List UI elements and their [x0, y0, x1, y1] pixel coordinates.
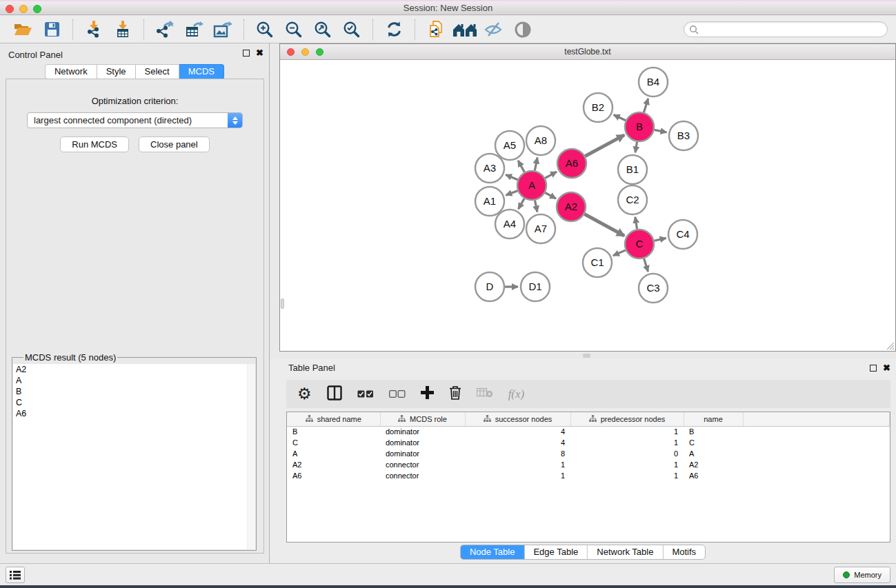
- tab-motifs[interactable]: Motifs: [663, 545, 705, 559]
- graph-edge-B-B2[interactable]: [614, 115, 626, 121]
- hide-panels-button[interactable]: [481, 18, 506, 41]
- graph-edge-B-B4[interactable]: [644, 99, 648, 112]
- close-panel-icon[interactable]: ✖: [883, 365, 890, 372]
- memory-button[interactable]: Memory: [834, 567, 890, 583]
- mcds-result-item[interactable]: A6: [13, 408, 255, 419]
- table-row[interactable]: A2connector11A2: [287, 459, 890, 470]
- graph-edge-A2-C[interactable]: [584, 214, 624, 236]
- run-mcds-button[interactable]: Run MCDS: [60, 136, 129, 152]
- function-builder-button[interactable]: f(x): [508, 387, 525, 401]
- graph-edge-A-A3[interactable]: [506, 174, 518, 179]
- minimize-window-button[interactable]: [19, 5, 28, 13]
- mcds-result-box: MCDS result (5 nodes) A2ABCA6: [12, 352, 257, 551]
- deselect-all-columns-button[interactable]: [389, 388, 406, 401]
- graph-edge-C-C2[interactable]: [635, 217, 637, 230]
- show-column-button[interactable]: [327, 385, 342, 403]
- graph-node-label: C2: [626, 194, 639, 205]
- tab-style[interactable]: Style: [97, 64, 136, 79]
- network-canvas[interactable]: B4B2BB3A8A5A6A3B1AC2A1A2A4A7C4CC1DD1C3: [280, 60, 895, 351]
- export-table-button[interactable]: [181, 18, 206, 41]
- import-table-button[interactable]: [110, 18, 135, 41]
- graph-edge-A-A5[interactable]: [518, 161, 524, 172]
- horizontal-splitter-handle[interactable]: [583, 354, 590, 358]
- maximize-window-button[interactable]: [33, 5, 41, 13]
- mcds-result-item[interactable]: A: [13, 375, 255, 386]
- graph-edge-A-A1[interactable]: [506, 191, 517, 195]
- mcds-result-item[interactable]: B: [13, 386, 255, 397]
- graph-edge-A-A7[interactable]: [535, 201, 537, 212]
- float-panel-icon[interactable]: [243, 50, 250, 57]
- table-row[interactable]: A6connector11A6: [287, 470, 890, 481]
- tab-network[interactable]: Network: [45, 64, 97, 79]
- graph-edge-A-A8[interactable]: [535, 158, 537, 171]
- select-all-columns-button[interactable]: [357, 388, 374, 401]
- delete-column-button[interactable]: [449, 385, 461, 403]
- home-button[interactable]: [452, 18, 477, 41]
- graph-edge-C-C4[interactable]: [654, 238, 666, 241]
- refresh-button[interactable]: [381, 18, 406, 41]
- tab-select[interactable]: Select: [136, 64, 179, 79]
- criterion-dropdown[interactable]: largest connected component (directed): [27, 112, 243, 128]
- network-close-button[interactable]: [287, 48, 295, 56]
- delete-table-icon: [477, 387, 493, 398]
- zoom-out-button[interactable]: [281, 18, 306, 41]
- column-header-predecessor-nodes[interactable]: predecessor nodes: [570, 412, 684, 426]
- mcds-result-item[interactable]: C: [13, 397, 255, 408]
- export-network-icon: [155, 20, 175, 39]
- graph-edge-C-C1[interactable]: [613, 250, 626, 256]
- table-row[interactable]: Cdominator41C: [287, 437, 890, 448]
- search-field[interactable]: [684, 21, 888, 37]
- graph-edge-C-C3[interactable]: [644, 258, 648, 272]
- graph-edge-B-B3[interactable]: [655, 130, 667, 132]
- import-network-button[interactable]: [81, 18, 106, 41]
- float-panel-icon[interactable]: [870, 365, 877, 372]
- column-header-name[interactable]: name: [684, 412, 743, 426]
- column-header-successor-nodes[interactable]: successor nodes: [465, 412, 570, 426]
- network-window-titlebar[interactable]: testGlobe.txt: [280, 44, 895, 60]
- graph-node-label: C3: [646, 282, 659, 294]
- show-panels-button[interactable]: [510, 18, 535, 41]
- close-panel-button[interactable]: Close panel: [139, 136, 210, 152]
- zoom-in-button[interactable]: [252, 18, 277, 41]
- tab-mcds[interactable]: MCDS: [179, 64, 224, 79]
- table-row[interactable]: Adominator80A: [287, 448, 890, 459]
- duplicate-network-button[interactable]: [424, 18, 448, 41]
- canvas-splitter-handle[interactable]: [281, 298, 284, 309]
- search-input[interactable]: [699, 24, 882, 35]
- graph-edge-A6-B[interactable]: [585, 135, 624, 156]
- tab-edge-table[interactable]: Edge Table: [524, 545, 588, 559]
- mcds-result-list[interactable]: A2ABCA6: [13, 364, 255, 549]
- graph-node-label: A7: [535, 223, 547, 234]
- close-panel-icon[interactable]: ✖: [256, 50, 263, 57]
- delete-table-button[interactable]: [477, 387, 493, 401]
- task-history-button[interactable]: [6, 567, 25, 583]
- column-header-shared-name[interactable]: shared name: [287, 412, 380, 426]
- node-table[interactable]: shared nameMCDS rolesuccessor nodesprede…: [286, 412, 890, 543]
- graph-edge-A-A4[interactable]: [518, 199, 524, 209]
- scrollbar[interactable]: [247, 364, 255, 549]
- save-session-button[interactable]: [39, 18, 64, 41]
- table-settings-button[interactable]: ⚙: [297, 386, 312, 402]
- zoom-selected-button[interactable]: [339, 18, 364, 41]
- export-network-button[interactable]: [152, 18, 177, 41]
- graph-edge-A-A2[interactable]: [545, 193, 556, 199]
- graph-edge-A-A6[interactable]: [545, 172, 557, 178]
- close-window-button[interactable]: [6, 5, 14, 13]
- zoom-fit-button[interactable]: [310, 18, 335, 41]
- export-image-button[interactable]: [210, 18, 235, 41]
- network-maximize-button[interactable]: [316, 48, 323, 56]
- network-minimize-button[interactable]: [301, 48, 309, 56]
- create-column-button[interactable]: [421, 386, 434, 402]
- tab-node-table[interactable]: Node Table: [461, 545, 525, 559]
- column-header-mcds-role[interactable]: MCDS role: [380, 412, 465, 426]
- graph-edge-B-B1[interactable]: [635, 142, 637, 153]
- table-row[interactable]: Bdominator41B: [287, 426, 890, 437]
- memory-label: Memory: [854, 571, 882, 579]
- tab-network-table[interactable]: Network Table: [588, 545, 663, 559]
- graph-node-label: A8: [535, 134, 547, 146]
- resize-grip-icon[interactable]: [886, 341, 895, 350]
- open-session-button[interactable]: [10, 18, 35, 41]
- control-panel-title: Control Panel: [8, 50, 63, 60]
- mcds-result-item[interactable]: A2: [13, 364, 255, 375]
- hierarchy-icon: [398, 415, 406, 423]
